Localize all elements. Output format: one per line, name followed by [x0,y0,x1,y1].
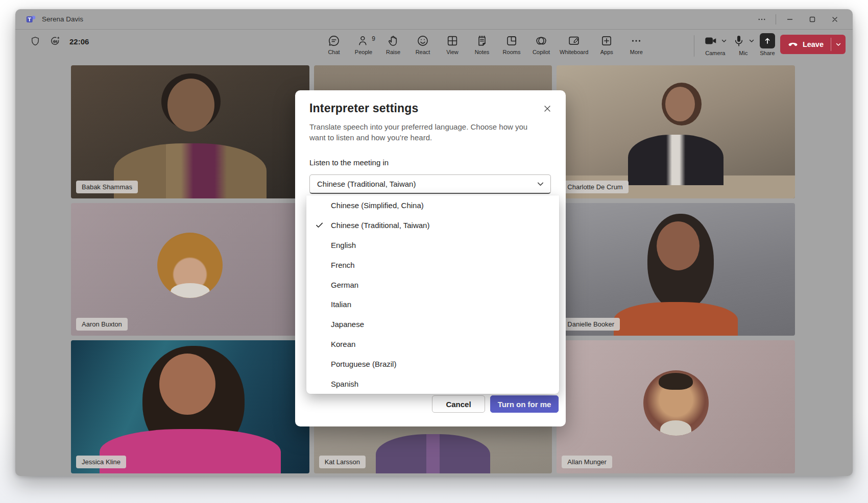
language-option[interactable]: Spanish [306,374,559,394]
meeting-timer: 22:06 [69,37,89,46]
leave-label: Leave [803,40,824,48]
view-label: View [446,49,459,55]
raise-hand-button[interactable]: Raise [380,33,406,56]
video-tile-danielle-booker: Danielle Booker [557,203,795,336]
toolbar-divider [694,35,694,57]
copilot-label: Copilot [533,49,550,55]
ai-audio-sparkle-icon [49,35,61,47]
chat-label: Chat [328,49,340,55]
participant-nametag: Kat Larsson [319,456,366,468]
window-more-button[interactable] [753,12,770,27]
avatar [643,370,709,436]
participant-nametag: Allan Munger [562,456,612,468]
language-option[interactable]: Portuguese (Brazil) [306,354,559,374]
participant-nametag: Danielle Booker [562,318,620,331]
language-option[interactable]: Korean [306,334,559,354]
toolbar-device-group: Camera Mic [690,33,846,57]
notes-label: Notes [475,49,490,55]
mic-label: Mic [739,50,748,56]
people-button[interactable]: 9 People [350,33,377,56]
language-option[interactable]: German [306,275,559,295]
cancel-button[interactable]: Cancel [432,395,485,413]
notes-button[interactable]: Notes [469,33,495,56]
mic-control[interactable]: Mic [732,33,755,56]
react-button[interactable]: React [409,33,436,56]
participant-nametag: Babak Shammas [76,181,138,193]
participant-nametag: Charlotte De Crum [562,181,628,193]
close-window-button[interactable] [826,12,843,27]
video-tile-allan-munger: Allan Munger [557,340,795,473]
titlebar-divider [776,14,776,24]
participant-nametag: Aaron Buxton [76,318,128,331]
raise-hand-icon [387,34,400,47]
people-label: People [355,49,372,55]
notes-icon [475,34,489,47]
interpreter-settings-dialog: Interpreter settings Translate speech in… [295,90,566,426]
avatar [157,233,223,298]
mic-icon [732,34,745,47]
rooms-icon [505,34,518,47]
rooms-button[interactable]: Rooms [498,33,525,56]
people-icon: 9 [357,34,370,47]
language-option[interactable]: French [306,255,559,275]
more-button[interactable]: More [623,33,649,56]
view-button[interactable]: View [439,33,466,56]
leave-chevron-icon[interactable] [831,35,846,54]
language-option[interactable]: Chinese (Simplified, China) [306,195,559,215]
meeting-status: 22:06 [30,35,89,47]
whiteboard-label: Whiteboard [560,49,588,55]
language-option[interactable]: Italian [306,294,559,314]
chat-button[interactable]: Chat [321,33,347,56]
language-option-selected[interactable]: Chinese (Traditional, Taiwan) [306,215,559,235]
copilot-button[interactable]: Copilot [528,33,554,56]
checkmark-icon [315,221,324,230]
video-tile-babak-shammas: Babak Shammas [71,65,309,198]
camera-control[interactable]: Camera [704,33,727,56]
mic-chevron-icon[interactable] [749,38,755,44]
camera-icon [704,34,718,48]
dialog-footer: Cancel Turn on for me [432,395,559,413]
more-label: More [630,49,643,55]
window-title: Serena Davis [42,15,83,23]
rooms-label: Rooms [503,49,521,55]
minimize-button[interactable] [781,12,799,27]
chat-icon [327,34,341,47]
title-bar: Serena Davis [15,9,853,30]
camera-chevron-icon[interactable] [721,38,727,44]
maximize-button[interactable] [804,12,821,27]
teams-logo-icon [26,14,37,25]
hangup-icon [787,39,799,50]
turn-on-for-me-button[interactable]: Turn on for me [490,395,559,413]
share-control[interactable]: Share [760,33,775,56]
language-select[interactable]: Chinese (Traditional, Taiwan) [309,174,551,194]
apps-button[interactable]: Apps [593,33,620,56]
react-label: React [416,49,430,55]
language-dropdown-list: Chinese (Simplified, China) Chinese (Tra… [306,195,559,394]
language-option[interactable]: Japanese [306,314,559,334]
participant-nametag: Jessica Kline [76,456,126,468]
raise-label: Raise [386,49,400,55]
camera-label: Camera [705,50,725,56]
apps-plus-icon [600,34,613,47]
share-label: Share [760,50,775,56]
share-icon [760,33,775,48]
meeting-toolbar: 22:06 Chat 9 [15,30,853,63]
video-tile-charlotte-de-crum: Charlotte De Crum [557,65,795,198]
toolbar-center-group: Chat 9 People Raise [321,33,649,56]
whiteboard-button[interactable]: Whiteboard [558,33,590,56]
dialog-title: Interpreter settings [309,102,551,115]
people-count-badge: 9 [372,35,375,42]
language-option[interactable]: English [306,235,559,255]
language-select-value: Chinese (Traditional, Taiwan) [317,180,416,188]
leave-button[interactable]: Leave [780,35,846,54]
copilot-icon [535,34,548,47]
whiteboard-icon [567,34,581,47]
shield-icon [30,36,41,47]
dialog-close-button[interactable] [540,102,554,116]
video-tile-jessica-kline: Jessica Kline [71,340,309,473]
leave-main[interactable]: Leave [780,35,831,54]
apps-label: Apps [600,49,613,55]
video-tile-aaron-buxton: Aaron Buxton [71,203,309,336]
dialog-description: Translate speech into your preferred lan… [309,121,540,143]
react-smiley-icon [416,34,429,47]
